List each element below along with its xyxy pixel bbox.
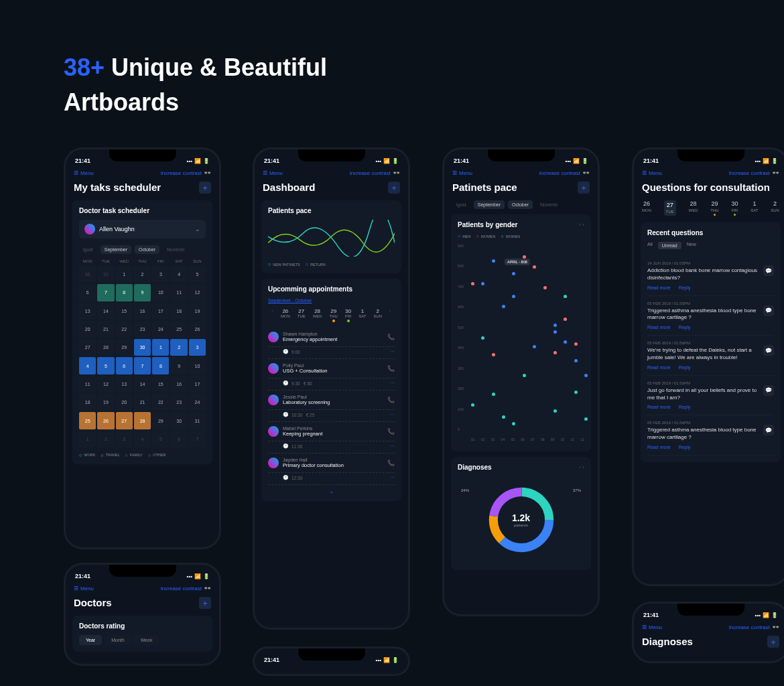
contrast-toggle[interactable]: Increase contrast bbox=[729, 624, 779, 630]
contrast-toggle[interactable]: Increase contrast bbox=[161, 585, 211, 592]
chat-icon[interactable]: 💬 bbox=[763, 425, 774, 435]
read-more-link[interactable]: Read more bbox=[647, 445, 671, 450]
filter-all[interactable]: All bbox=[647, 242, 653, 249]
tab-month[interactable]: Month bbox=[105, 635, 131, 645]
question-item[interactable]: 05 FEB 2019 / 01:56PMJust go forward in … bbox=[647, 376, 774, 416]
reply-link[interactable]: Reply bbox=[679, 325, 691, 330]
calendar-day[interactable]: 15 bbox=[116, 303, 133, 320]
calendar-day[interactable]: 10 bbox=[152, 284, 169, 301]
calendar-day[interactable]: 13 bbox=[79, 303, 96, 320]
question-item[interactable]: 14 JUN 2019 / 01:05PMAddiction blood ban… bbox=[647, 256, 774, 296]
calendar-day[interactable]: 18 bbox=[79, 394, 96, 411]
reply-link[interactable]: Reply bbox=[679, 405, 691, 409]
calendar-day[interactable]: 25 bbox=[170, 321, 187, 338]
add-button[interactable]: + bbox=[767, 636, 779, 648]
calendar-day[interactable]: 7 bbox=[134, 357, 151, 374]
menu-button[interactable]: Menu bbox=[642, 622, 662, 632]
calendar-day[interactable]: 2 bbox=[134, 266, 151, 283]
upcoming-range[interactable]: September - October bbox=[268, 298, 395, 303]
tab-week[interactable]: Week bbox=[134, 635, 159, 645]
calendar-day[interactable]: 16 bbox=[170, 376, 187, 393]
calendar-day[interactable]: 6 bbox=[116, 357, 133, 374]
calendar-day[interactable]: 14 bbox=[134, 376, 151, 393]
calendar-day[interactable]: 20 bbox=[116, 394, 133, 411]
calendar-day[interactable]: 4 bbox=[79, 357, 96, 374]
calendar-day[interactable]: 2 bbox=[97, 431, 114, 448]
calendar-day[interactable]: 7 bbox=[189, 431, 206, 448]
date-strip[interactable]: 26MON27TUE28WED29THU30FRI1SAT2SUN bbox=[641, 200, 781, 216]
call-icon[interactable]: 📞 bbox=[387, 460, 395, 466]
calendar-day[interactable]: 23 bbox=[134, 321, 151, 338]
filter-unread[interactable]: Unread bbox=[658, 242, 681, 249]
add-button[interactable]: + bbox=[199, 182, 211, 194]
calendar-day[interactable]: 2 bbox=[170, 339, 187, 356]
read-more-link[interactable]: Read more bbox=[647, 365, 671, 370]
reply-link[interactable]: Reply bbox=[679, 445, 691, 450]
calendar-day[interactable]: 15 bbox=[152, 376, 169, 393]
calendar-day[interactable]: 11 bbox=[170, 284, 187, 301]
calendar-day[interactable]: 9 bbox=[170, 357, 187, 374]
day-strip[interactable]: ‹26MON27TUE28WED29THU30FRI1SAT2SUN› bbox=[268, 308, 395, 322]
calendar-day[interactable]: 24 bbox=[152, 321, 169, 338]
calendar-day[interactable]: 8 bbox=[152, 357, 169, 374]
read-more-link[interactable]: Read more bbox=[647, 325, 671, 330]
calendar-day[interactable]: 5 bbox=[152, 431, 169, 448]
calendar-day[interactable]: 17 bbox=[189, 376, 206, 393]
month-sep[interactable]: September bbox=[101, 245, 131, 254]
calendar-day[interactable]: 14 bbox=[97, 303, 114, 320]
calendar-day[interactable]: 21 bbox=[97, 321, 114, 338]
calendar-day[interactable]: 12 bbox=[189, 284, 206, 301]
call-icon[interactable]: 📞 bbox=[387, 428, 395, 435]
calendar-day[interactable]: 7 bbox=[97, 284, 114, 301]
calendar-day[interactable]: 3 bbox=[116, 431, 133, 448]
tab-year[interactable]: Year bbox=[79, 635, 102, 645]
calendar-day[interactable]: 25 bbox=[79, 412, 96, 429]
calendar-day[interactable]: 19 bbox=[97, 394, 114, 411]
calendar-day[interactable]: 31 bbox=[97, 266, 114, 283]
reply-link[interactable]: Reply bbox=[679, 365, 691, 370]
calendar-day[interactable]: 3 bbox=[189, 339, 206, 356]
menu-button[interactable]: Menu bbox=[74, 168, 94, 178]
calendar-day[interactable]: 12 bbox=[97, 376, 114, 393]
calendar-day[interactable]: 30 bbox=[79, 266, 96, 283]
calendar-day[interactable]: 31 bbox=[189, 412, 206, 429]
question-item[interactable]: 05 FEB 2019 / 01:56PMTriggered asthma an… bbox=[647, 296, 774, 336]
nav-arrows[interactable]: ‹ › bbox=[579, 222, 584, 228]
calendar-day[interactable]: 23 bbox=[170, 394, 187, 411]
calendar-day[interactable]: 11 bbox=[79, 376, 96, 393]
month-oct[interactable]: October bbox=[135, 245, 159, 254]
calendar-day[interactable]: 1 bbox=[116, 266, 133, 283]
chat-icon[interactable]: 💬 bbox=[763, 385, 774, 396]
calendar-day[interactable]: 20 bbox=[79, 321, 96, 338]
calendar-day[interactable]: 28 bbox=[97, 339, 114, 356]
calendar-day[interactable]: 29 bbox=[116, 339, 133, 356]
call-icon[interactable]: 📞 bbox=[387, 365, 395, 372]
calendar-day[interactable]: 1 bbox=[152, 339, 169, 356]
menu-button[interactable]: Menu bbox=[452, 168, 472, 178]
add-button[interactable]: + bbox=[388, 182, 400, 194]
calendar-day[interactable]: 8 bbox=[116, 284, 133, 301]
question-item[interactable]: 05 FEB 2019 / 01:56PMTriggered asthma an… bbox=[647, 415, 774, 456]
calendar-day[interactable]: 30 bbox=[134, 339, 151, 356]
calendar-day[interactable]: 9 bbox=[134, 284, 151, 301]
calendar-day[interactable]: 4 bbox=[170, 266, 187, 283]
menu-button[interactable]: Menu bbox=[642, 168, 662, 178]
calendar-day[interactable]: 17 bbox=[152, 303, 169, 320]
calendar-day[interactable]: 26 bbox=[97, 412, 114, 429]
calendar-day[interactable]: 13 bbox=[116, 376, 133, 393]
expand-icon[interactable]: ⌄ bbox=[268, 488, 395, 494]
chat-icon[interactable]: 💬 bbox=[763, 345, 774, 356]
add-button[interactable]: + bbox=[199, 597, 211, 609]
filter-new[interactable]: New bbox=[687, 242, 696, 249]
menu-button[interactable]: Menu bbox=[263, 168, 283, 178]
month-next[interactable]: Novemb bbox=[163, 245, 188, 254]
calendar-day[interactable]: 5 bbox=[97, 357, 114, 374]
question-item[interactable]: 05 FEB 2019 / 01:56PMWe're trying to def… bbox=[647, 336, 774, 376]
calendar-day[interactable]: 22 bbox=[152, 394, 169, 411]
calendar-day[interactable]: 30 bbox=[170, 412, 187, 429]
contrast-toggle[interactable]: Increase contrast bbox=[539, 169, 590, 176]
doctor-select[interactable]: Allen Vaughn bbox=[79, 220, 206, 238]
month-prev[interactable]: igust bbox=[79, 245, 97, 254]
calendar-day[interactable]: 6 bbox=[170, 431, 187, 448]
calendar-day[interactable]: 6 bbox=[79, 284, 96, 301]
